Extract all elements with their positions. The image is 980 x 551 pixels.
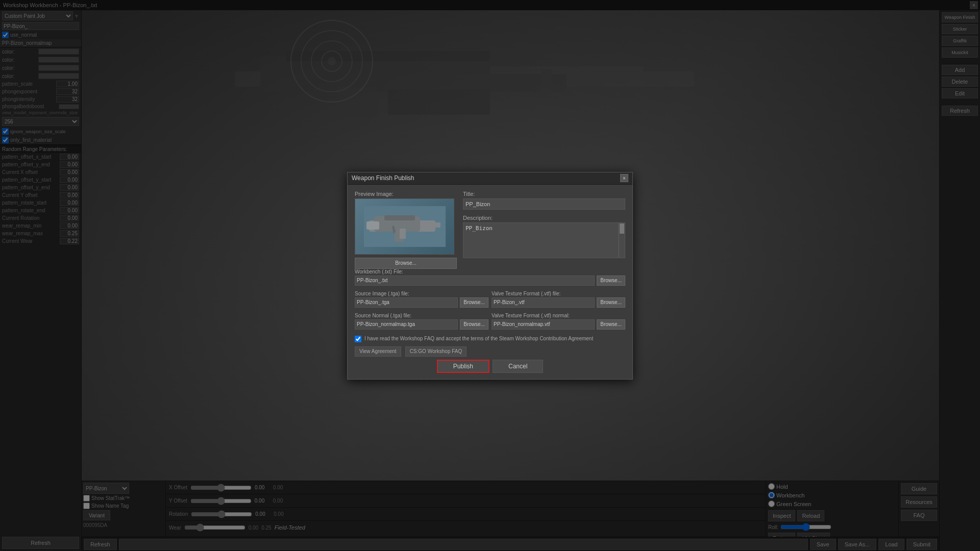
preview-weapon-svg (364, 206, 446, 247)
source-image-row: Browse... (355, 297, 488, 308)
workbench-file-input[interactable] (355, 276, 595, 286)
title-label: Title: (463, 191, 625, 197)
modal-overlay: Weapon Finish Publish × Preview Image: (0, 0, 980, 551)
source-normal-col: Source Normal (.tga) file: Browse... (355, 313, 488, 332)
modal-top-section: Preview Image: (355, 191, 625, 269)
svg-rect-17 (366, 221, 379, 230)
workbench-file-section: Workbench (.txt) File: Browse... (355, 269, 625, 286)
svg-rect-18 (420, 222, 440, 228)
modal-action-buttons: Publish Cancel (355, 360, 625, 373)
description-wrapper: PP_Bizon (463, 222, 625, 258)
publish-modal: Weapon Finish Publish × Preview Image: (347, 172, 633, 380)
cancel-button[interactable]: Cancel (493, 360, 543, 373)
vtf-browse[interactable]: Browse... (597, 297, 625, 308)
source-image-col: Source Image (.tga) file: Browse... (355, 291, 488, 310)
vtf-col: Valve Texture Format (.vtf) file: Browse… (492, 291, 625, 310)
vtf-normal-row: Browse... (492, 319, 625, 330)
source-image-input[interactable] (355, 297, 458, 308)
source-normal-row: Browse... (355, 319, 488, 330)
source-normal-label: Source Normal (.tga) file: (355, 313, 488, 318)
scrollbar-thumb (620, 223, 624, 234)
source-normal-browse[interactable]: Browse... (460, 319, 488, 330)
source-normal-input[interactable] (355, 319, 458, 330)
modal-description-section: Description: PP_Bizon (463, 215, 625, 258)
workbench-browse-button[interactable]: Browse... (597, 276, 625, 286)
files-grid: Source Image (.tga) file: Browse... Valv… (355, 291, 625, 332)
vtf-normal-input[interactable] (492, 319, 595, 330)
source-image-browse[interactable]: Browse... (460, 297, 488, 308)
description-textarea[interactable]: PP_Bizon (463, 222, 619, 258)
vtf-normal-browse[interactable]: Browse... (597, 319, 625, 330)
preview-image-label: Preview Image: (355, 191, 457, 197)
modal-titlebar: Weapon Finish Publish × (348, 172, 632, 185)
vtf-row: Browse... (492, 297, 625, 308)
workbench-file-row: Browse... (355, 276, 625, 286)
modal-preview-col: Preview Image: (355, 191, 457, 269)
preview-browse-button[interactable]: Browse... (355, 258, 457, 269)
modal-title-desc-col: Title: Description: PP_Bizon (463, 191, 625, 269)
modal-link-buttons: View Agreement CS:GO Workshop FAQ (355, 346, 625, 357)
title-input[interactable] (463, 198, 625, 210)
svg-rect-21 (400, 229, 406, 239)
csgo-faq-button[interactable]: CS:GO Workshop FAQ (405, 346, 467, 357)
publish-button[interactable]: Publish (437, 360, 489, 373)
agreement-text: I have read the Workshop FAQ and accept … (364, 336, 593, 341)
source-image-label: Source Image (.tga) file: (355, 291, 488, 296)
description-label: Description: (463, 215, 625, 221)
agreement-checkbox[interactable] (355, 336, 361, 342)
vtf-normal-col: Valve Texture Format (.vtf) normal: Brow… (492, 313, 625, 332)
preview-image (355, 198, 454, 255)
description-scrollbar[interactable] (619, 222, 625, 258)
modal-body: Preview Image: (348, 185, 632, 379)
modal-title: Weapon Finish Publish (352, 174, 414, 182)
vtf-label: Valve Texture Format (.vtf) file: (492, 291, 625, 296)
agreement-row: I have read the Workshop FAQ and accept … (355, 336, 625, 342)
modal-title-section: Title: (463, 191, 625, 210)
modal-close-button[interactable]: × (620, 174, 628, 182)
view-agreement-button[interactable]: View Agreement (355, 346, 401, 357)
workbench-file-label: Workbench (.txt) File: (355, 269, 625, 274)
svg-rect-19 (384, 215, 415, 220)
vtf-normal-label: Valve Texture Format (.vtf) normal: (492, 313, 625, 318)
vtf-input[interactable] (492, 297, 595, 308)
